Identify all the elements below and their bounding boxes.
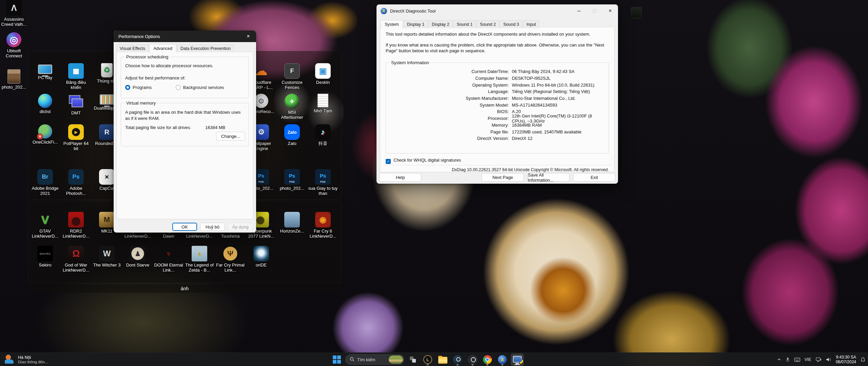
system-information-rows: Current Date/Time: 06 Tháng Bảy 2024, 9:… bbox=[389, 68, 605, 142]
maximize-button[interactable]: □ bbox=[587, 4, 602, 17]
dxdiag-titlebar[interactable]: X DirectX Diagnostic Tool – □ × bbox=[377, 4, 618, 17]
desktop-icon[interactable]: Ψ Far Cry Primal Link... bbox=[215, 246, 246, 280]
taskbar-app-dxdiag[interactable]: X bbox=[496, 353, 509, 366]
change-button[interactable]: Change... bbox=[216, 132, 245, 141]
tab-sound-3[interactable]: Sound 3 bbox=[500, 20, 523, 28]
desktop-icon-image: Λ bbox=[6, 0, 22, 16]
tab-input[interactable]: Input bbox=[523, 20, 539, 28]
exit-button[interactable]: Exit bbox=[573, 173, 615, 182]
touch-keyboard-icon[interactable] bbox=[794, 358, 800, 362]
minimize-button[interactable]: – bbox=[571, 4, 587, 17]
system-info-label: Page file: bbox=[389, 129, 509, 134]
search-box[interactable]: Tìm kiếm bbox=[345, 354, 404, 365]
desktop-icon[interactable]: PsPSD photo_202... bbox=[277, 169, 307, 202]
desktop-icon[interactable]: Ω God of War LinkNeverD... bbox=[61, 246, 91, 280]
desktop-icon-image: ✈ bbox=[285, 94, 300, 109]
taskbar-app-obs[interactable] bbox=[466, 353, 479, 366]
desktop-icon[interactable]: ◎ Ubisoft Connect bbox=[0, 32, 28, 58]
desktop-icon[interactable]: Ps Adobe Photosh... bbox=[61, 169, 91, 202]
taskbar-app-file-explorer[interactable] bbox=[436, 353, 449, 366]
desktop-icon[interactable]: ◉ Far Cry 6 LinkNeverD... bbox=[308, 212, 338, 246]
desktop-icon[interactable]: photo_202... bbox=[0, 69, 28, 90]
volume-icon[interactable] bbox=[826, 357, 831, 362]
fence-photos-titlebar[interactable]: ảnh bbox=[28, 285, 342, 293]
tab-display-2[interactable]: Display 2 bbox=[428, 20, 452, 28]
desktop-icon[interactable]: PC này bbox=[30, 63, 60, 94]
desktop-icon[interactable]: ♆ DOOM Eternal Link... bbox=[153, 246, 184, 280]
network-icon[interactable] bbox=[816, 357, 822, 362]
desktop-icon-image: M bbox=[99, 212, 115, 227]
language-indicator[interactable]: VIE bbox=[805, 357, 811, 362]
desktop-icon[interactable]: oriDE bbox=[246, 246, 276, 280]
desktop-icon[interactable]: OneClickFi... bbox=[30, 124, 60, 169]
tab-sound-1[interactable]: Sound 1 bbox=[454, 20, 476, 28]
desktop-icon[interactable]: SEKIRO Sekiro bbox=[30, 246, 60, 280]
close-button[interactable]: × bbox=[240, 31, 256, 42]
tab-visual-effects[interactable]: Visual Effects bbox=[116, 44, 149, 52]
radio-background-services[interactable] bbox=[176, 85, 181, 90]
microphone-icon[interactable] bbox=[786, 357, 790, 362]
close-button[interactable]: × bbox=[602, 4, 618, 17]
save-all-information-button[interactable]: Save All Information... bbox=[527, 173, 570, 182]
performance-options-titlebar[interactable]: Performance Options × bbox=[114, 31, 256, 42]
desktop-icon-label: Sekiro bbox=[30, 262, 60, 268]
tab-advanced[interactable]: Advanced bbox=[149, 44, 176, 53]
widgets-button[interactable]: Hà Nội Giao thông đôn... bbox=[1, 353, 51, 366]
desktop-icon[interactable]: ▲ The Legend of Zelda - B... bbox=[184, 246, 215, 280]
desktop-icon[interactable]: RDR2 LinkNeverD... bbox=[61, 212, 91, 246]
tab-data-execution-prevention[interactable]: Data Execution Prevention bbox=[177, 44, 234, 52]
apply-button[interactable]: Áp dụng bbox=[228, 223, 253, 231]
notification-bell-icon[interactable] bbox=[861, 357, 865, 362]
tab-display-1[interactable]: Display 1 bbox=[404, 20, 428, 28]
taskbar-app-chrome[interactable] bbox=[481, 353, 494, 366]
desktop-icon[interactable]: Nhớ Tạm bbox=[308, 94, 338, 124]
dxdiag-version-line: DxDiag 10.00.22621.3527 64-bit Unicode C… bbox=[452, 167, 609, 173]
system-info-label: BIOS: bbox=[389, 109, 509, 114]
taskbar-app-system-properties[interactable] bbox=[511, 353, 524, 366]
desktop-icon[interactable]: ▣ DeskIn bbox=[308, 63, 338, 94]
desktop-icon[interactable]: ♟ Dont Starve bbox=[122, 246, 153, 280]
help-button[interactable]: Help bbox=[379, 173, 421, 182]
system-tab-page: This tool reports detailed information a… bbox=[380, 27, 615, 172]
radio-programs[interactable] bbox=[125, 85, 130, 90]
tab-system[interactable]: System bbox=[381, 20, 403, 29]
desktop-shortcut-unknown[interactable] bbox=[631, 7, 642, 18]
whql-checkbox[interactable]: ✓ bbox=[386, 159, 391, 164]
taskbar-app-league-of-legends[interactable]: L bbox=[421, 353, 434, 366]
desktop-icon[interactable]: Br Adobe Bridge 2021 bbox=[30, 169, 60, 202]
desktop-icon[interactable]: Zalo Zalo bbox=[277, 124, 307, 169]
system-info-label: Language: bbox=[389, 89, 509, 94]
tray-overflow-button[interactable] bbox=[777, 358, 781, 362]
next-page-button[interactable]: Next Page bbox=[482, 173, 524, 182]
desktop-icon[interactable]: V GTAV LinkNeverD... bbox=[30, 212, 60, 246]
desktop-icon[interactable]: ♪ 抖音 bbox=[308, 124, 338, 169]
desktop-icon[interactable]: ✈ MSI Afterburner bbox=[277, 94, 307, 124]
desktop-icon[interactable]: PsPSD sua Giay to tuy than bbox=[308, 169, 338, 202]
cancel-button[interactable]: Huỷ bỏ bbox=[200, 223, 225, 231]
desktop-icon-image: ⊙ bbox=[254, 94, 268, 108]
desktop-icon[interactable]: W The Witcher 3 bbox=[92, 246, 122, 280]
desktop-icon[interactable]: ▦ Bảng điều khiển bbox=[61, 63, 91, 94]
desktop-icon[interactable]: HorizonZe... bbox=[277, 212, 307, 246]
desktop-icon[interactable]: DMT bbox=[61, 94, 91, 124]
desktop-icon[interactable]: Λ Assassins Creed Valh... bbox=[0, 0, 28, 27]
ok-button[interactable]: OK bbox=[172, 223, 197, 231]
system-info-value: DESKTOP-I952SJL bbox=[512, 76, 605, 81]
desktop-icon[interactable]: F Customize Fences bbox=[277, 63, 307, 94]
desktop-icon-image bbox=[38, 65, 52, 74]
desktop-icon-image: F bbox=[284, 63, 300, 79]
start-button[interactable] bbox=[330, 353, 343, 366]
clock[interactable]: 9:43:30 SA 06/07/2024 bbox=[836, 355, 856, 364]
taskbar-app-steam[interactable] bbox=[451, 353, 464, 366]
tab-sound-2[interactable]: Sound 2 bbox=[477, 20, 499, 28]
desktop-icon-label: Adobe Photosh... bbox=[61, 186, 91, 196]
system-info-value: MS-A17148264134593 bbox=[512, 103, 605, 108]
desktop-icon[interactable]: ▶ PotPlayer 64 bit bbox=[61, 124, 91, 169]
system-info-value: 12th Gen Intel(R) Core(TM) i3-12100F (8 … bbox=[512, 113, 605, 124]
traffic-widget-icon bbox=[5, 355, 15, 364]
task-view-button[interactable] bbox=[406, 353, 419, 366]
desktop-icon[interactable]: dlclist bbox=[30, 94, 60, 124]
desktop-icon-image: Zalo bbox=[284, 124, 300, 140]
desktop-icon-image: ▣ bbox=[315, 63, 331, 79]
desktop-icon-image bbox=[68, 212, 84, 227]
